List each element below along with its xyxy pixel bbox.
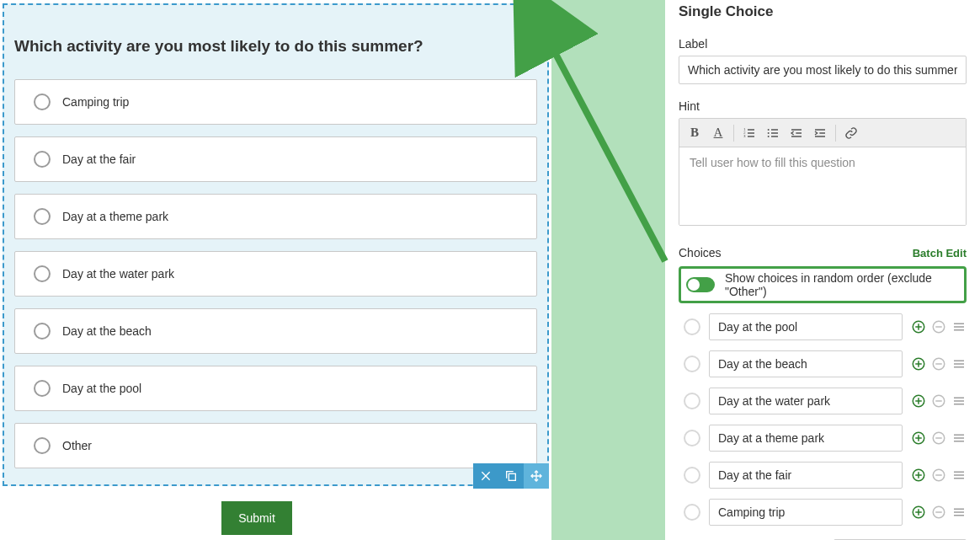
choice-label: Day at the water park [62,267,174,281]
indent-button[interactable] [808,121,832,145]
choice-editor-row: Day at the water park [679,382,967,420]
radio-icon[interactable] [34,94,51,110]
ordered-list-button[interactable]: 123 [738,121,761,145]
choice-label: Other [62,439,92,452]
panel-title: Single Choice [679,3,967,20]
remove-choice-icon[interactable] [931,393,946,409]
batch-edit-link[interactable]: Batch Edit [913,247,967,259]
remove-choice-icon[interactable] [931,468,946,483]
default-radio[interactable] [684,430,700,446]
default-radio[interactable] [684,356,700,372]
choice-editor-row: Day at the fair [679,457,967,494]
svg-text:3: 3 [743,134,746,138]
drag-handle-icon[interactable] [951,505,967,520]
choice-text-input[interactable]: Day at the beach [709,350,903,377]
drag-handle-icon[interactable] [951,430,967,446]
svg-point-6 [768,136,770,137]
radio-icon[interactable] [34,151,51,168]
choice-label: Camping trip [62,95,129,109]
radio-icon[interactable] [34,265,51,282]
preview-pane: Which activity are you most likely to do… [0,0,551,540]
svg-rect-0 [509,473,515,480]
choice-option[interactable]: Day at the fair [14,136,537,182]
choice-label: Day at the fair [62,152,136,166]
remove-choice-icon[interactable] [931,319,946,334]
default-radio[interactable] [684,467,700,484]
add-choice-icon[interactable] [911,393,926,409]
add-choice-icon[interactable] [911,468,926,483]
choice-editor-row: Camping trip [679,494,967,531]
random-order-label: Show choices in random order (exclude "O… [725,271,962,298]
drag-handle-icon[interactable] [951,393,967,409]
submit-button[interactable]: Submit [221,501,292,535]
drag-handle-icon[interactable] [951,319,967,334]
remove-choice-icon[interactable] [931,505,946,520]
choice-option[interactable]: Day at a theme park [14,194,537,239]
radio-icon[interactable] [34,323,51,340]
drag-handle-icon[interactable] [951,356,967,372]
choice-option[interactable]: Other [14,423,537,468]
delete-question-button[interactable] [473,463,498,489]
random-order-setting: Show choices in random order (exclude "O… [679,266,967,303]
choice-text-input[interactable]: Day at a theme park [709,425,903,452]
choice-text-input[interactable]: Camping trip [709,499,903,526]
toolbar-separator [835,125,836,142]
choice-list: Camping trip Day at the fair Day at a th… [14,79,537,468]
separator-strip [551,0,665,540]
choice-option[interactable]: Day at the pool [14,366,537,411]
choice-text-input[interactable]: Day at the water park [709,388,903,414]
question-card[interactable]: Which activity are you most likely to do… [3,3,549,486]
hint-editor: B A 123 Tell user how to fill this quest… [679,118,967,226]
random-order-toggle[interactable] [686,277,715,292]
add-choice-icon[interactable] [911,319,926,334]
choice-option[interactable]: Camping trip [14,79,537,125]
choices-label: Choices [679,246,722,259]
question-title: Which activity are you most likely to do… [14,37,537,56]
default-radio[interactable] [684,318,700,335]
shuffle-icon [519,27,535,45]
properties-panel: Single Choice Label Hint B A 123 [665,0,980,540]
toolbar-separator [733,125,734,142]
default-radio[interactable] [684,393,700,409]
move-question-button[interactable] [524,463,549,489]
choice-option[interactable]: Day at the beach [14,308,537,354]
drag-handle-icon[interactable] [951,468,967,483]
svg-point-4 [768,129,770,131]
hint-toolbar: B A 123 [679,119,966,147]
add-choice-icon[interactable] [911,430,926,446]
radio-icon[interactable] [34,380,51,397]
choice-label: Day at a theme park [62,210,168,223]
choice-text-input[interactable]: Day at the fair [709,462,903,489]
add-choice-icon[interactable] [911,356,926,372]
choice-editor-row: Day at the beach [679,345,967,382]
choice-editor-row: Day at the pool [679,308,967,345]
default-radio[interactable] [684,504,700,521]
unordered-list-button[interactable] [761,121,785,145]
question-toolbar [473,463,549,489]
svg-point-5 [768,132,770,134]
remove-choice-icon[interactable] [931,430,946,446]
choice-text-input[interactable]: Day at the pool [709,313,903,340]
choice-editor-row: Day at a theme park [679,420,967,457]
duplicate-question-button[interactable] [498,463,524,489]
label-field-label: Label [679,37,967,51]
choice-label: Day at the beach [62,324,152,338]
choice-label: Day at the pool [62,382,141,395]
radio-icon[interactable] [34,437,51,454]
hint-placeholder: Tell user how to fill this question [690,156,855,169]
hint-textarea[interactable]: Tell user how to fill this question [679,147,966,225]
text-color-button[interactable]: A [706,121,730,145]
link-button[interactable] [839,121,863,145]
bold-button[interactable]: B [683,121,706,145]
remove-choice-icon[interactable] [931,356,946,372]
choice-option[interactable]: Day at the water park [14,251,537,297]
radio-icon[interactable] [34,208,51,225]
hint-field-label: Hint [679,99,967,113]
outdent-button[interactable] [785,121,808,145]
add-choice-icon[interactable] [911,505,926,520]
label-input[interactable] [679,56,967,84]
